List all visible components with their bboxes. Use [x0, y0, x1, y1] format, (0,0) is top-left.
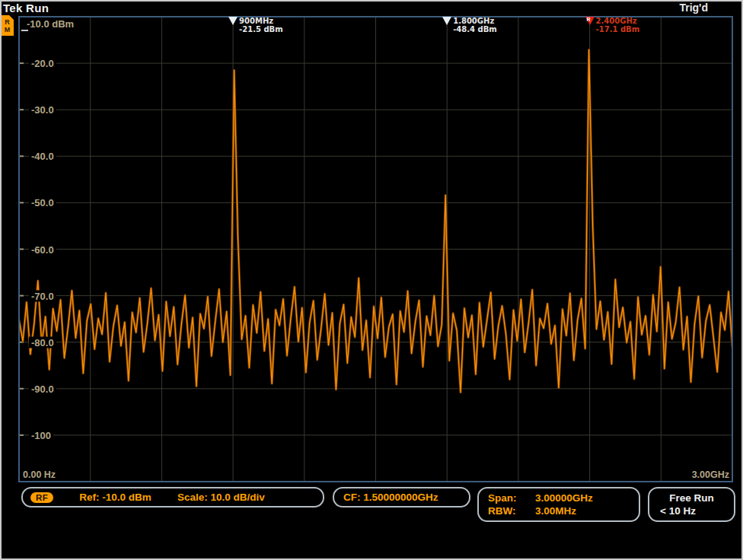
spectrum-analyzer-screen: Tek Run Trig'd R M -10.0 dBm -20.0-30.0-…	[0, 0, 743, 560]
marker-readout: 2.400GHz-17.1 dBm	[596, 17, 640, 33]
span-rbw-readout[interactable]: Span: 3.00000GHz RBW: 3.00MHz	[477, 487, 640, 522]
y-axis-label: -50.0	[29, 197, 56, 208]
rf-badge[interactable]: RF	[30, 492, 53, 503]
center-frequency-readout[interactable]: CF: 1.50000000GHz	[333, 487, 470, 508]
trigger-status: Trig'd	[679, 2, 708, 14]
marker-frequency: 2.400GHz	[596, 17, 640, 25]
y-axis-label: -100	[29, 429, 53, 441]
y-axis-label: -40.0	[29, 151, 56, 162]
y-axis-label: -80.0	[29, 336, 56, 348]
rf-reference-readout[interactable]: RF Ref: -10.0 dBm Scale: 10.0 dB/div	[21, 487, 324, 508]
scale-readout: Scale: 10.0 dB/div	[177, 492, 265, 503]
spectrum-svg	[18, 16, 733, 482]
acquisition-status: Tek Run	[3, 2, 49, 14]
y-axis-label: -30.0	[29, 104, 56, 116]
marker-readout: 1.800GHz-48.4 dBm	[453, 17, 497, 33]
top-status-bar: Tek Run Trig'd	[0, 0, 743, 15]
span-value: 3.00000GHz	[535, 492, 593, 504]
y-axis-label: -60.0	[29, 243, 56, 255]
trigger-frequency: < 10 Hz	[649, 505, 734, 517]
marker-triangle-icon	[228, 17, 238, 25]
marker-frequency: 1.800GHz	[453, 17, 497, 25]
cf-value: CF: 1.50000000GHz	[343, 492, 438, 503]
reference-marker-r-glyph: R	[587, 17, 591, 23]
ref-level-tick	[21, 30, 28, 31]
rbw-label: RBW:	[488, 505, 535, 517]
x-axis-end-label: 3.00GHz	[692, 469, 729, 480]
trigger-mode: Free Run	[649, 492, 734, 504]
marker-amplitude: -48.4 dBm	[453, 25, 497, 33]
marker-triangle-icon	[442, 17, 451, 25]
marker-amplitude: -17.1 dBm	[596, 25, 640, 33]
grid-lines	[19, 17, 732, 482]
trigger-readout[interactable]: Free Run < 10 Hz	[648, 487, 735, 522]
y-axis-label: -90.0	[29, 383, 56, 394]
y-axis-label: -20.0	[29, 58, 56, 69]
rf-handle-top-label: R	[5, 18, 10, 26]
reference-level-label: -10.0 dBm	[24, 18, 76, 30]
marker-readout: 900MHz-21.5 dBm	[239, 17, 283, 33]
rf-handle-bottom-label: M	[5, 26, 11, 33]
spectrum-graticule: -10.0 dBm -20.0-30.0-40.0-50.0-60.0-70.0…	[18, 16, 733, 482]
rf-trace-handle[interactable]: R M	[1, 15, 14, 36]
rbw-value: 3.00MHz	[535, 505, 576, 517]
x-axis-start-label: 0.00 Hz	[23, 469, 56, 480]
span-label: Span:	[488, 492, 535, 504]
marker-amplitude: -21.5 dBm	[239, 25, 283, 33]
frequency-marker: 900MHz-21.5 dBm	[228, 17, 238, 25]
marker-frequency: 900MHz	[239, 17, 283, 25]
reference-marker: R2.400GHz-17.1 dBm	[585, 17, 595, 25]
frequency-marker: 1.800GHz-48.4 dBm	[442, 17, 451, 25]
y-axis-label: -70.0	[29, 290, 56, 301]
ref-level-readout: Ref: -10.0 dBm	[79, 492, 151, 503]
